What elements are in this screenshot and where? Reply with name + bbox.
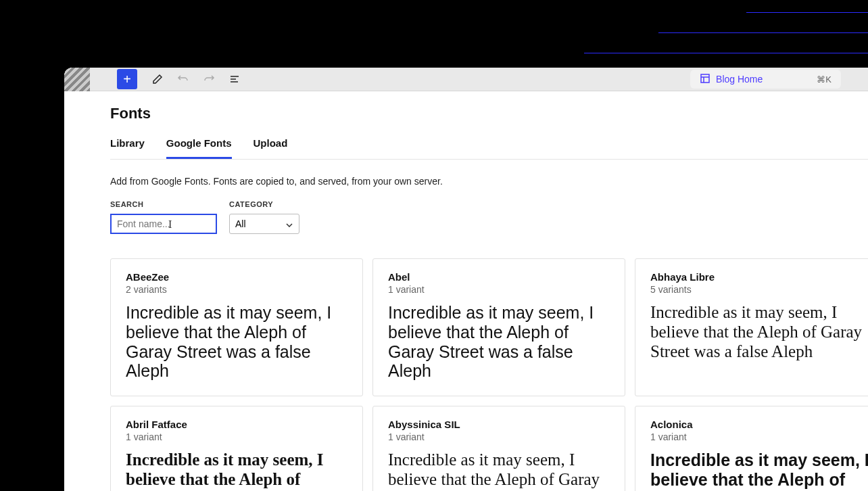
breadcrumb[interactable]: Blog Home ⌘K: [690, 70, 841, 89]
add-button[interactable]: +: [117, 69, 137, 89]
category-select[interactable]: All: [229, 214, 299, 234]
search-input[interactable]: [110, 214, 217, 234]
font-name: Abyssinica SIL: [388, 419, 610, 430]
font-card[interactable]: Aclonica 1 variant Incredible as it may …: [635, 406, 868, 491]
keyboard-shortcut: ⌘K: [817, 74, 831, 85]
font-variant-count: 2 variants: [126, 284, 347, 295]
tab-library[interactable]: Library: [110, 137, 145, 159]
edit-icon[interactable]: [149, 71, 166, 87]
font-name: Abril Fatface: [126, 419, 347, 430]
font-card[interactable]: Abel 1 variant Incredible as it may seem…: [372, 258, 625, 396]
font-card[interactable]: Abyssinica SIL 1 variant Incredible as i…: [372, 406, 625, 491]
decorative-line: [658, 32, 868, 33]
breadcrumb-label: Blog Home: [716, 74, 763, 85]
app-window: + Blog Home ⌘K Fonts Library G: [64, 68, 868, 491]
undo-icon[interactable]: [175, 71, 191, 87]
category-label: CATEGORY: [229, 200, 299, 208]
layout-icon: [700, 73, 710, 86]
decorative-line: [584, 53, 868, 53]
plus-icon: +: [123, 72, 131, 87]
font-sample: Incredible as it may seem, I believe tha…: [650, 303, 868, 361]
font-sample: Incredible as it may seem, I believe tha…: [126, 450, 347, 491]
font-sample: Incredible as it may seem, I believe tha…: [388, 450, 610, 491]
redo-icon[interactable]: [201, 71, 217, 87]
font-variant-count: 1 variant: [388, 431, 610, 442]
helper-text: Add from Google Fonts. Fonts are copied …: [110, 176, 868, 187]
font-variant-count: 1 variant: [126, 431, 347, 442]
decorative-line: [746, 12, 868, 13]
tab-upload[interactable]: Upload: [254, 137, 288, 159]
controls-row: SEARCH I CATEGORY All: [110, 200, 868, 234]
font-card[interactable]: Abhaya Libre 5 variants Incredible as it…: [635, 258, 868, 396]
font-grid: ABeeZee 2 variants Incredible as it may …: [110, 258, 868, 491]
font-sample: Incredible as it may seem, I believe tha…: [388, 303, 610, 381]
window-thumbnail: [64, 68, 90, 91]
list-icon[interactable]: [226, 71, 243, 87]
tab-google-fonts[interactable]: Google Fonts: [166, 137, 232, 159]
font-sample: Incredible as it may seem, I believe tha…: [650, 450, 868, 491]
top-toolbar: + Blog Home ⌘K: [64, 68, 868, 91]
svg-rect-3: [701, 74, 709, 83]
font-name: Abhaya Libre: [650, 271, 868, 283]
font-name: ABeeZee: [126, 271, 347, 283]
font-name: Abel: [388, 271, 610, 283]
font-card[interactable]: Abril Fatface 1 variant Incredible as it…: [110, 406, 363, 491]
tab-bar: Library Google Fonts Upload: [110, 137, 868, 160]
page-title: Fonts: [110, 105, 868, 122]
font-variant-count: 5 variants: [650, 284, 868, 295]
search-label: SEARCH: [110, 200, 217, 208]
font-sample: Incredible as it may seem, I believe tha…: [126, 303, 347, 381]
font-name: Aclonica: [650, 419, 868, 430]
font-card[interactable]: ABeeZee 2 variants Incredible as it may …: [110, 258, 363, 396]
font-variant-count: 1 variant: [650, 431, 868, 442]
font-variant-count: 1 variant: [388, 284, 610, 295]
fonts-panel: Fonts Library Google Fonts Upload Add fr…: [64, 91, 868, 491]
